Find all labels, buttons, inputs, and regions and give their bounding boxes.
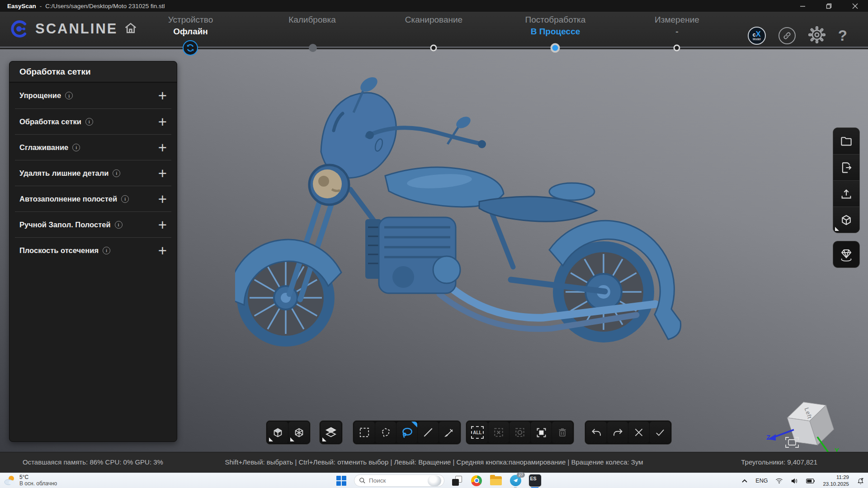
step-dot-postprocessing[interactable] bbox=[551, 43, 560, 53]
brand-name: ScanLine bbox=[35, 21, 118, 37]
expand-plus-button[interactable]: + bbox=[158, 140, 167, 155]
wireframe-view-icon bbox=[293, 427, 305, 439]
undo-icon bbox=[590, 427, 603, 439]
line-select-button[interactable] bbox=[418, 422, 439, 443]
polygon-select-button[interactable] bbox=[375, 422, 396, 443]
open-file-button[interactable] bbox=[833, 128, 859, 154]
solid-view-icon bbox=[272, 427, 284, 439]
fit-view-button[interactable] bbox=[785, 437, 799, 450]
start-button[interactable] bbox=[335, 474, 348, 488]
weather-widget[interactable]: 5°C В осн. облачно bbox=[4, 474, 57, 487]
step-measurement[interactable]: Измерение - bbox=[616, 12, 738, 48]
restore-button[interactable] bbox=[816, 0, 842, 12]
axis-z-label: Z bbox=[766, 433, 770, 441]
badge-c: c bbox=[753, 32, 756, 38]
expand-plus-button[interactable]: + bbox=[158, 166, 167, 181]
tray-time: 11:29 bbox=[823, 474, 849, 481]
solid-view-button[interactable] bbox=[267, 422, 288, 443]
info-icon[interactable]: i bbox=[85, 118, 93, 126]
step-postprocessing[interactable]: Постобработка В Процессе bbox=[495, 12, 616, 48]
export-file-icon bbox=[840, 161, 853, 174]
brush-select-button[interactable] bbox=[439, 422, 460, 443]
info-icon[interactable]: i bbox=[121, 195, 129, 203]
minimize-button[interactable] bbox=[789, 0, 816, 12]
triangle-count: Треугольники: 9,407,821 bbox=[741, 458, 817, 466]
lasso-select-button[interactable] bbox=[396, 422, 417, 443]
select-through-button[interactable] bbox=[531, 422, 552, 443]
step-dot-device-sync-icon[interactable] bbox=[183, 40, 198, 56]
info-icon[interactable]: i bbox=[65, 92, 73, 99]
deselect-button[interactable] bbox=[488, 422, 509, 443]
layers-button[interactable] bbox=[321, 422, 341, 443]
volume-icon[interactable] bbox=[791, 478, 798, 484]
wireframe-view-button[interactable] bbox=[288, 422, 309, 443]
expand-plus-button[interactable]: + bbox=[158, 192, 167, 206]
redo-icon bbox=[612, 427, 624, 439]
step-dot-measurement[interactable] bbox=[674, 45, 680, 52]
partly-cloudy-icon bbox=[4, 474, 16, 486]
chrome-button[interactable] bbox=[470, 474, 483, 488]
settings-button[interactable] bbox=[808, 26, 826, 45]
confirm-icon bbox=[654, 427, 666, 438]
viewport-3d[interactable]: Обработка сетки Упрощение i + Обработка … bbox=[0, 49, 868, 452]
info-icon[interactable]: i bbox=[72, 144, 80, 151]
quality-check-button[interactable] bbox=[833, 241, 860, 268]
delete-selection-button[interactable] bbox=[552, 422, 573, 443]
expand-plus-button[interactable]: + bbox=[158, 114, 167, 129]
wifi-icon[interactable] bbox=[775, 478, 783, 484]
cx-model-badge[interactable]: cX Model bbox=[748, 27, 766, 45]
search-input[interactable] bbox=[369, 477, 423, 484]
battery-icon[interactable] bbox=[806, 478, 815, 484]
panel-item-smoothing[interactable]: Сглаживание i + bbox=[15, 134, 171, 160]
panel-item-manual-fill-holes[interactable]: Ручной Запол. Полостей i + bbox=[15, 211, 171, 237]
delete-selection-icon bbox=[557, 427, 568, 438]
expand-plus-button[interactable]: + bbox=[158, 217, 167, 232]
expand-plus-button[interactable]: + bbox=[158, 88, 167, 103]
export-file-button[interactable] bbox=[833, 154, 859, 180]
info-icon[interactable]: i bbox=[113, 169, 120, 177]
sync-icon bbox=[185, 43, 195, 53]
notification-bell-icon[interactable] bbox=[857, 477, 864, 485]
step-dot-scanning[interactable] bbox=[430, 45, 437, 52]
windows-taskbar: 5°C В осн. облачно bbox=[0, 473, 868, 488]
redo-button[interactable] bbox=[607, 422, 628, 443]
telegram-button[interactable]: 27 bbox=[509, 474, 522, 488]
panel-item-cutting-plane[interactable]: Плоскость отсечения i + bbox=[15, 237, 171, 263]
easyscan-taskbar-button[interactable]: ES bbox=[528, 474, 542, 488]
invert-selection-button[interactable] bbox=[509, 422, 530, 443]
close-button[interactable] bbox=[842, 0, 868, 12]
panel-item-simplification[interactable]: Упрощение i + bbox=[15, 83, 171, 108]
undo-button[interactable] bbox=[586, 422, 607, 443]
task-view-icon bbox=[452, 475, 462, 486]
step-calibration[interactable]: Калибровка bbox=[251, 12, 373, 48]
clock-widget[interactable]: 11:29 23.10.2025 bbox=[823, 474, 849, 488]
link-button[interactable] bbox=[778, 27, 796, 44]
layers-icon bbox=[325, 426, 337, 439]
step-scanning[interactable]: Сканирование bbox=[373, 12, 495, 48]
panel-item-mesh-processing[interactable]: Обработка сетки i + bbox=[15, 108, 171, 134]
step-scanning-label: Сканирование bbox=[405, 15, 462, 25]
layers-group bbox=[319, 420, 343, 445]
expand-plus-button[interactable]: + bbox=[158, 243, 167, 258]
panel-item-auto-fill-holes[interactable]: Автозаполнение полостей i + bbox=[15, 186, 171, 211]
restore-icon bbox=[826, 3, 832, 9]
search-highlight-image[interactable] bbox=[428, 475, 441, 486]
rect-select-button[interactable] bbox=[354, 422, 375, 443]
view-mode-button[interactable] bbox=[833, 206, 859, 233]
hidden-icons-chevron[interactable] bbox=[741, 479, 748, 483]
header-icons: cX Model bbox=[748, 26, 847, 45]
cancel-button[interactable] bbox=[628, 422, 649, 443]
info-icon[interactable]: i bbox=[115, 221, 123, 229]
select-all-button[interactable]: ALL bbox=[467, 422, 488, 443]
info-icon[interactable]: i bbox=[103, 247, 110, 254]
file-explorer-button[interactable] bbox=[489, 474, 503, 488]
taskbar-search[interactable] bbox=[354, 474, 444, 487]
step-dot-calibration[interactable] bbox=[309, 44, 317, 52]
motorcycle-3d-model[interactable] bbox=[235, 68, 710, 366]
upload-button[interactable] bbox=[833, 180, 859, 206]
task-view-button[interactable] bbox=[450, 474, 464, 488]
confirm-button[interactable] bbox=[650, 422, 670, 443]
input-language[interactable]: ENG bbox=[755, 478, 768, 484]
help-button[interactable]: ? bbox=[838, 27, 847, 44]
panel-item-remove-details[interactable]: Удалять лишние детали i + bbox=[15, 160, 171, 186]
